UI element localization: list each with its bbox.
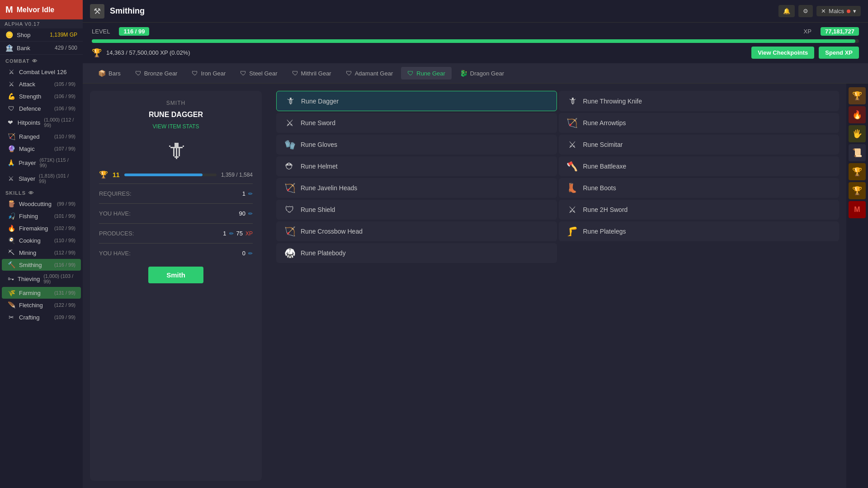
sidebar-item-label: Slayer bbox=[19, 175, 35, 182]
item-name: Rune Helmet bbox=[301, 163, 338, 170]
sidebar-item-combat-level-126[interactable]: ⚔ Combat Level 126 bbox=[2, 66, 81, 78]
view-item-stats-link[interactable]: VIEW ITEM STATS bbox=[153, 123, 199, 130]
right-icon-3[interactable]: 📜 bbox=[849, 144, 866, 161]
divider-1 bbox=[99, 183, 253, 184]
sidebar-item-ranged[interactable]: 🏹 Ranged (110 / 99) bbox=[2, 131, 81, 142]
item-rune-helmet[interactable]: ⛑ Rune Helmet bbox=[276, 156, 557, 176]
sidebar-item-hitpoints[interactable]: ❤ Hitpoints (1,000) (112 / 99) bbox=[2, 115, 81, 130]
item-rune-platebody[interactable]: 🥋 Rune Platebody bbox=[276, 243, 557, 263]
sidebar-item-level: (671K) (115 / 99) bbox=[40, 157, 76, 168]
view-checkpoints-button[interactable]: View Checkpoints bbox=[751, 47, 814, 59]
sidebar-skill-level: (122 / 99) bbox=[54, 302, 75, 308]
sidebar-item-mining[interactable]: ⛏ Mining (112 / 99) bbox=[2, 247, 81, 258]
right-icon-5[interactable]: 🏆 bbox=[849, 182, 866, 199]
shop-icon: 🪙 bbox=[5, 31, 13, 38]
item-rune-platelegs[interactable]: 🦵 Rune Platelegs bbox=[559, 221, 840, 241]
xp-label: XP bbox=[804, 28, 811, 35]
you-have2-edit-icon[interactable]: ✏ bbox=[248, 250, 253, 257]
page-title: Smithing bbox=[110, 6, 145, 16]
right-icon-4[interactable]: 🏆 bbox=[849, 163, 866, 180]
tab-adamant-gear[interactable]: 🛡 Adamant Gear bbox=[340, 67, 400, 80]
requires-edit-icon[interactable]: ✏ bbox=[248, 191, 253, 197]
sidebar-skill-label: Firemaking bbox=[19, 225, 51, 232]
mastery-progress-row: 🏆 11 1,359 / 1,584 bbox=[99, 170, 253, 179]
right-icon-1[interactable]: 🔥 bbox=[849, 106, 866, 123]
sidebar-item-smithing[interactable]: 🔨 Smithing (116 / 99) bbox=[2, 259, 81, 271]
sidebar-skill-label: Mining bbox=[19, 249, 51, 256]
content-area: SMITH RUNE DAGGER VIEW ITEM STATS 🗡 🏆 11… bbox=[83, 84, 868, 488]
item-rune-throwing-knife[interactable]: 🗡 Rune Throwing Knife bbox=[559, 91, 840, 111]
item-rune-arrowtips[interactable]: 🏹 Rune Arrowtips bbox=[559, 113, 840, 133]
sidebar-item-label: Defence bbox=[19, 105, 51, 112]
bank-resource[interactable]: 🏦 Bank 429 / 500 bbox=[0, 42, 83, 55]
tab-steel-gear[interactable]: 🛡 Steel Gear bbox=[234, 67, 283, 80]
sidebar-header: M Melvor Idle bbox=[0, 0, 83, 19]
smith-panel: SMITH RUNE DAGGER VIEW ITEM STATS 🗡 🏆 11… bbox=[90, 91, 262, 481]
right-icon-2[interactable]: 🖐 bbox=[849, 125, 866, 142]
smith-button[interactable]: Smith bbox=[148, 267, 203, 283]
tab-icon: 🛡 bbox=[292, 70, 298, 77]
sidebar-item-attack[interactable]: ⚔ Attack (105 / 99) bbox=[2, 78, 81, 90]
produces-val: 1 ✏ 75 XP bbox=[223, 230, 253, 237]
sidebar-item-prayer[interactable]: 🙏 Prayer (671K) (115 / 99) bbox=[2, 155, 81, 170]
sidebar-item-thieving[interactable]: 🗝 Thieving (1,000) (103 / 99) bbox=[2, 271, 81, 286]
item-rune-scimitar[interactable]: ⚔ Rune Scimitar bbox=[559, 135, 840, 155]
sidebar-item-fishing[interactable]: 🎣 Fishing (101 / 99) bbox=[2, 210, 81, 222]
right-icon-0[interactable]: 🏆 bbox=[849, 87, 866, 104]
sidebar-item-magic[interactable]: 🔮 Magic (107 / 99) bbox=[2, 143, 81, 155]
tab-mithril-gear[interactable]: 🛡 Mithril Gear bbox=[286, 67, 338, 80]
sidebar-skill-icon: 🗝 bbox=[7, 275, 14, 282]
user-menu[interactable]: ✕ Malcs ▾ bbox=[816, 6, 861, 16]
produces-gp-icon[interactable]: XP bbox=[245, 230, 253, 237]
sidebar-icon: 💪 bbox=[7, 93, 15, 100]
sidebar-item-level: (105 / 99) bbox=[54, 81, 75, 87]
main-content: ⚒ Smithing 🔔 ⚙ ✕ Malcs ▾ LEVEL 116 / 99 … bbox=[83, 0, 868, 488]
tab-dragon-gear[interactable]: 🐉 Dragon Gear bbox=[453, 67, 510, 80]
sidebar-item-farming[interactable]: 🌾 Farming (131 / 99) bbox=[2, 287, 81, 299]
sidebar-item-strength[interactable]: 💪 Strength (106 / 99) bbox=[2, 90, 81, 102]
item-rune-dagger[interactable]: 🗡 Rune Dagger bbox=[276, 91, 557, 111]
level-value: 116 / 99 bbox=[119, 27, 149, 36]
item-rune-2h-sword[interactable]: ⚔ Rune 2H Sword bbox=[559, 200, 840, 220]
sidebar-item-defence[interactable]: 🛡 Defence (106 / 99) bbox=[2, 103, 81, 114]
shop-gp: 1,139M GP bbox=[50, 32, 77, 38]
item-rune-gloves[interactable]: 🧤 Rune Gloves bbox=[276, 135, 557, 155]
sidebar-item-firemaking[interactable]: 🔥 Firemaking (102 / 99) bbox=[2, 222, 81, 234]
tab-rune-gear[interactable]: 🛡 Rune Gear bbox=[401, 67, 452, 80]
produces-label: PRODUCES: bbox=[99, 230, 134, 237]
produces-edit-icon[interactable]: ✏ bbox=[229, 230, 234, 237]
item-rune-javelin-heads[interactable]: 🏹 Rune Javelin Heads bbox=[276, 178, 557, 198]
right-icons-panel: 🏆🔥🖐📜🏆🏆M bbox=[846, 84, 868, 488]
sidebar-icon: ⚔ bbox=[7, 175, 15, 182]
you-have-edit-icon[interactable]: ✏ bbox=[248, 211, 253, 217]
settings-btn[interactable]: ⚙ bbox=[798, 5, 813, 17]
sidebar-item-crafting[interactable]: ✂ Crafting (109 / 99) bbox=[2, 311, 81, 323]
item-rune-boots[interactable]: 👢 Rune Boots bbox=[559, 178, 840, 198]
sidebar-item-label: Ranged bbox=[19, 133, 51, 140]
sidebar-skill-label: Crafting bbox=[19, 314, 51, 321]
notification-btn[interactable]: 🔔 bbox=[778, 5, 795, 17]
sidebar-icon: 🙏 bbox=[7, 159, 15, 166]
sidebar-item-slayer[interactable]: ⚔ Slayer (1,818) (101 / 99) bbox=[2, 171, 81, 186]
combat-items: ⚔ Combat Level 126 ⚔ Attack (105 / 99)💪 … bbox=[0, 66, 83, 187]
right-icon-6[interactable]: M bbox=[849, 201, 866, 218]
sidebar-skill-level: (109 / 99) bbox=[54, 314, 75, 320]
tab-bars[interactable]: 📦 Bars bbox=[92, 67, 127, 80]
sidebar-item-woodcutting[interactable]: 🪵 Woodcutting (99 / 99) bbox=[2, 198, 81, 210]
tab-iron-gear[interactable]: 🛡 Iron Gear bbox=[185, 67, 232, 80]
item-rune-shield[interactable]: 🛡 Rune Shield bbox=[276, 200, 557, 220]
sidebar-icon: ⚔ bbox=[7, 68, 15, 75]
sidebar-item-cooking[interactable]: 🍳 Cooking (110 / 99) bbox=[2, 235, 81, 246]
sidebar-icon: ⚔ bbox=[7, 80, 15, 88]
spend-xp-button[interactable]: Spend XP bbox=[819, 47, 859, 59]
sidebar-skill-icon: 🪵 bbox=[7, 200, 15, 207]
shop-resource[interactable]: 🪙 Shop 1,139M GP bbox=[0, 28, 83, 42]
sidebar-item-fletching[interactable]: 🪶 Fletching (122 / 99) bbox=[2, 299, 81, 311]
sidebar-skill-icon: 🎣 bbox=[7, 212, 15, 220]
item-rune-crossbow-head[interactable]: 🏹 Rune Crossbow Head bbox=[276, 221, 557, 241]
item-rune-battleaxe[interactable]: 🪓 Rune Battleaxe bbox=[559, 156, 840, 176]
tab-bronze-gear[interactable]: 🛡 Bronze Gear bbox=[129, 67, 184, 80]
sidebar-item-level: (106 / 99) bbox=[54, 94, 75, 99]
sidebar-skill-level: (116 / 99) bbox=[54, 262, 75, 267]
item-rune-sword[interactable]: ⚔ Rune Sword bbox=[276, 113, 557, 133]
